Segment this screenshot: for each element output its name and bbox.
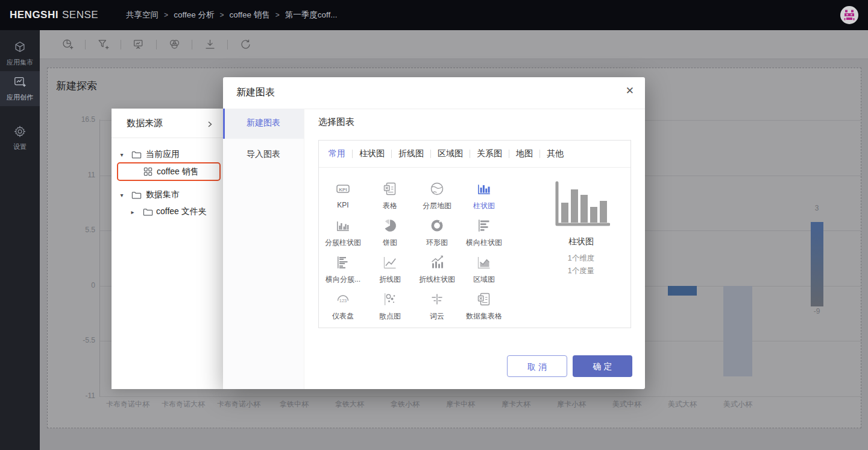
sidebar-item-app-market[interactable]: 应用集市 (0, 36, 40, 71)
bar-chart-preview-icon (552, 181, 610, 229)
chart-type-item[interactable]: 环形图 (414, 218, 461, 252)
breadcrumb-item[interactable]: coffee 销售 (229, 10, 269, 21)
chart-type-label: 仪表盘 (319, 311, 366, 322)
chart-type-label: 散点图 (366, 311, 414, 322)
chart-type-item[interactable]: 折线柱状图 (414, 255, 461, 288)
bar-cluster-icon (335, 218, 351, 233)
tree-node[interactable]: ▾数据集市 (112, 188, 223, 202)
caret-down-icon[interactable]: ▾ (118, 192, 125, 198)
chart-type-item[interactable]: 区域图 (461, 255, 508, 288)
datasource-panel: 数据来源 ▾当前应用coffee 销售▾数据集市▸coffee 文件夹 (112, 109, 223, 389)
modal-header: 新建图表 ✕ (223, 77, 645, 109)
app-logo[interactable]: HENGSHISENSE (10, 9, 98, 21)
sidebar-item-label: 设置 (13, 142, 27, 151)
preview-chart-name: 柱状图 (531, 236, 631, 247)
close-icon[interactable]: ✕ (626, 86, 634, 96)
modal-nav-item[interactable]: 导入图表 (223, 139, 304, 169)
line-bar-icon (429, 255, 445, 270)
chart-category-tab[interactable]: 区域图 (438, 148, 463, 159)
gear-icon (13, 125, 27, 138)
chart-selector: 常用柱状图折线图区域图关系图地图其他 KPIKPI表格分层地图柱状图分簇柱状图饼… (318, 140, 631, 328)
confirm-button[interactable]: 确 定 (573, 355, 632, 377)
sidebar-item-settings[interactable]: 设置 (0, 121, 40, 156)
sidebar-nav: 应用集市应用创作设置 (0, 30, 40, 450)
modal-main: 选择图表 常用柱状图折线图区域图关系图地图其他 KPIKPI表格分层地图柱状图分… (304, 109, 645, 389)
tab-divider (430, 150, 431, 158)
chart-category-tab[interactable]: 常用 (329, 148, 345, 159)
tab-divider (509, 150, 509, 158)
chart-type-label: 折线图 (366, 274, 414, 285)
breadcrumb-item[interactable]: coffee 分析 (174, 10, 214, 21)
caret-right-icon[interactable]: ▸ (129, 209, 136, 215)
chart-type-label: 分簇柱状图 (319, 238, 366, 248)
breadcrumb-item[interactable]: 共享空间 (126, 10, 159, 21)
chart-type-item[interactable]: 横向分簇... (319, 255, 366, 288)
bar-icon (476, 181, 492, 197)
chart-type-label: 数据集表格 (461, 311, 508, 322)
tab-divider (391, 150, 392, 158)
chart-category-tab[interactable]: 地图 (516, 148, 533, 159)
preview-requirement: 1个维度 (531, 252, 631, 265)
chart-type-item[interactable]: 表格 (366, 181, 414, 215)
donut-icon (429, 218, 445, 233)
tab-divider (539, 150, 540, 158)
chart-type-label: 横向分簇... (319, 274, 366, 285)
table-icon (382, 181, 398, 197)
logo-bold: HENGSHI (10, 9, 58, 21)
collapse-chevron-icon[interactable] (206, 119, 213, 127)
chart-type-item[interactable]: KPIKPI (319, 181, 366, 215)
chart-type-label: 折线柱状图 (414, 274, 461, 285)
new-chart-modal: 新建图表 ✕ 新建图表导入图表 选择图表 常用柱状图折线图区域图关系图地图其他 … (223, 77, 645, 389)
chart-type-item[interactable]: 分层地图 (414, 181, 461, 215)
logo-light: SENSE (62, 9, 98, 21)
chart-category-tab[interactable]: 柱状图 (359, 148, 385, 159)
chart-type-item[interactable]: 数据集表格 (461, 291, 508, 325)
chart-type-label: 表格 (366, 201, 414, 211)
app-root: HENGSHISENSE 共享空间>coffee 分析>coffee 销售>第一… (0, 0, 868, 450)
chart-type-item[interactable]: 词云 (414, 291, 461, 325)
pie-icon (382, 218, 398, 233)
modal-nav-item[interactable]: 新建图表 (223, 109, 304, 139)
chart-type-label: 饼图 (366, 238, 414, 248)
tab-divider (352, 150, 353, 158)
area-icon (476, 255, 492, 270)
chart-type-label: KPI (319, 201, 366, 209)
chart-type-item[interactable]: 折线图 (366, 255, 414, 288)
tree-node[interactable]: ▸coffee 文件夹 (112, 204, 223, 219)
tree-node[interactable]: ▾当前应用 (112, 147, 223, 162)
chart-type-item[interactable]: 分簇柱状图 (319, 218, 366, 252)
chart-type-label: 环形图 (414, 238, 461, 248)
breadcrumb-item[interactable]: 第一季度coff... (285, 10, 338, 21)
tree-node-label: coffee 文件夹 (156, 206, 207, 217)
chart-type-item[interactable]: 饼图 (366, 218, 414, 252)
svg-text:123: 123 (339, 298, 347, 303)
caret-down-icon[interactable]: ▾ (118, 151, 125, 158)
user-avatar[interactable] (840, 6, 858, 24)
modal-title: 新建图表 (236, 86, 275, 99)
chart-type-item[interactable]: 123仪表盘 (319, 291, 366, 325)
sidebar-item-app-creation[interactable]: 应用创作 (0, 71, 40, 106)
chart-type-item[interactable]: 散点图 (366, 291, 414, 325)
sidebar-item-label: 应用集市 (7, 58, 33, 67)
chart-type-label: 柱状图 (461, 201, 508, 211)
breadcrumb: 共享空间>coffee 分析>coffee 销售>第一季度coff... (126, 10, 337, 21)
line-icon (382, 255, 398, 270)
modal-nav: 新建图表导入图表 (223, 109, 304, 389)
dataset-table-icon (476, 291, 492, 307)
chart-category-tab[interactable]: 其他 (547, 148, 564, 159)
sidebar-item-label: 应用创作 (7, 93, 33, 102)
chart-type-label: 词云 (414, 311, 461, 322)
chart-type-grid: KPIKPI表格分层地图柱状图分簇柱状图饼图环形图横向柱状图横向分簇...折线图… (319, 168, 531, 328)
folder-icon (131, 150, 142, 159)
dataset-icon (143, 167, 153, 176)
chart-type-label: 区域图 (461, 274, 508, 285)
chart-type-item[interactable]: 横向柱状图 (461, 218, 508, 252)
chart-type-item[interactable]: 柱状图 (461, 181, 508, 215)
datasource-panel-header: 数据来源 (112, 109, 223, 138)
hbar-cluster-icon (335, 255, 351, 270)
cancel-button[interactable]: 取 消 (507, 355, 567, 377)
chart-category-tab[interactable]: 折线图 (398, 148, 424, 159)
preview-requirements: 1个维度1个度量 (531, 252, 631, 277)
annotation-highlight-box[interactable]: coffee 销售 (117, 162, 221, 181)
chart-category-tab[interactable]: 关系图 (477, 148, 502, 159)
